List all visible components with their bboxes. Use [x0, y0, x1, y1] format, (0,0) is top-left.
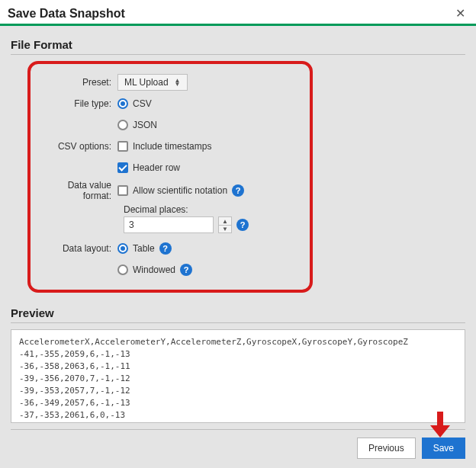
filetype-json-radio[interactable] [117, 120, 128, 130]
chevron-down-icon[interactable]: ▼ [219, 225, 231, 232]
data-value-format-label: Data value format: [41, 180, 117, 201]
chevron-updown-icon: ▲▼ [175, 79, 181, 86]
filetype-csv-label: CSV [133, 98, 152, 109]
divider [11, 429, 465, 430]
filetype-csv-radio[interactable] [117, 98, 128, 109]
close-icon[interactable]: ✕ [452, 6, 468, 21]
svg-marker-1 [430, 425, 450, 438]
preset-value: ML Upload [124, 77, 169, 88]
decimal-places-label: Decimal places: [124, 204, 299, 215]
include-timestamps-checkbox[interactable] [117, 141, 128, 152]
previous-button[interactable]: Previous [357, 438, 416, 459]
header-row-checkbox[interactable] [117, 162, 128, 173]
file-format-heading: File Format [11, 38, 465, 51]
allow-scientific-checkbox[interactable] [117, 185, 128, 196]
csv-options-label: CSV options: [41, 141, 117, 152]
layout-table-label: Table [133, 243, 155, 254]
dialog: Save Data Snapshot ✕ File Format Preset:… [0, 0, 476, 468]
layout-windowed-label: Windowed [133, 264, 175, 275]
divider [11, 322, 465, 323]
filetype-label: File type: [41, 98, 117, 109]
layout-table-radio[interactable] [117, 243, 128, 254]
allow-scientific-label: Allow scientific notation [133, 185, 227, 196]
preview-heading: Preview [11, 306, 465, 319]
chevron-up-icon[interactable]: ▲ [219, 217, 231, 225]
preset-select[interactable]: ML Upload ▲▼ [117, 74, 188, 91]
data-layout-label: Data layout: [41, 243, 117, 254]
filetype-json-label: JSON [133, 120, 157, 130]
titlebar: Save Data Snapshot ✕ [0, 0, 476, 26]
dialog-body: File Format Preset: ML Upload ▲▼ File ty… [0, 26, 476, 468]
dialog-title: Save Data Snapshot [8, 7, 452, 21]
decimal-stepper[interactable]: ▲ ▼ [218, 216, 232, 233]
help-icon[interactable]: ? [236, 219, 249, 231]
header-row-label: Header row [133, 162, 180, 173]
preview-textbox[interactable]: AccelerometerX,AccelerometerY,Accelerome… [11, 329, 465, 423]
footer: Previous Save [11, 438, 465, 468]
preset-label: Preset: [41, 77, 117, 88]
highlight-annotation: Preset: ML Upload ▲▼ File type: CSV [27, 61, 313, 293]
decimal-places-input[interactable]: 3 [124, 216, 214, 233]
layout-windowed-radio[interactable] [117, 264, 128, 275]
help-icon[interactable]: ? [180, 264, 192, 276]
help-icon[interactable]: ? [159, 242, 172, 255]
include-timestamps-label: Include timestamps [133, 141, 211, 152]
help-icon[interactable]: ? [232, 184, 244, 197]
divider [11, 54, 465, 55]
save-button[interactable]: Save [422, 438, 465, 459]
